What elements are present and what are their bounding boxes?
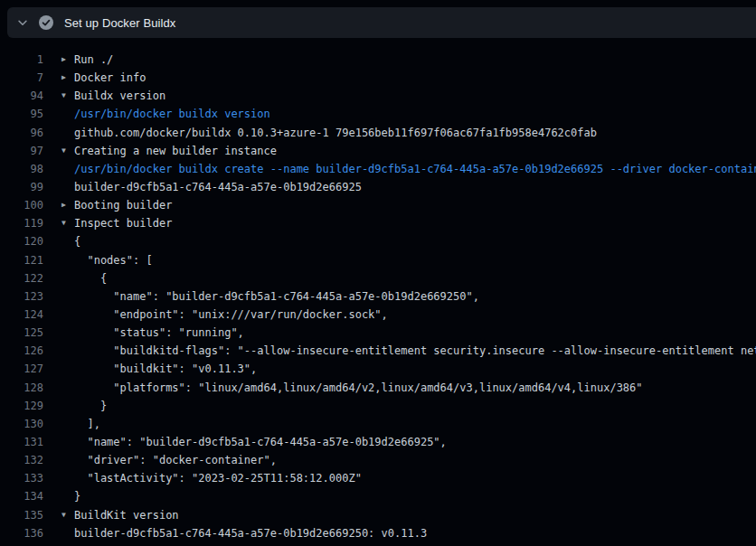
line-number[interactable]: 133 bbox=[0, 472, 43, 485]
log-line: 129 } bbox=[0, 397, 756, 415]
output-text: builder-d9cfb5a1-c764-445a-a57e-0b19d2e6… bbox=[74, 181, 362, 193]
log-group-line[interactable]: 100▶Booting builder bbox=[0, 196, 756, 214]
log-line: 130 ], bbox=[0, 415, 756, 433]
expand-arrow-icon[interactable]: ▶ bbox=[61, 69, 74, 87]
output-text: builder-d9cfb5a1-c764-445a-a57e-0b19d2e6… bbox=[74, 527, 427, 540]
log-viewer: 1▶Run ./7▶Docker info94▼Buildx version95… bbox=[0, 38, 756, 546]
output-text: "platforms": "linux/amd64,linux/amd64/v2… bbox=[74, 381, 643, 394]
log-line: 126 "buildkitd-flags": "--allow-insecure… bbox=[0, 342, 756, 360]
log-group-line[interactable]: 1▶Run ./ bbox=[0, 51, 756, 69]
line-number[interactable]: 98 bbox=[0, 163, 43, 175]
line-number[interactable]: 1 bbox=[0, 53, 43, 66]
log-line: 124 "endpoint": "unix:///var/run/docker.… bbox=[0, 306, 756, 324]
output-text: { bbox=[74, 272, 107, 285]
line-number[interactable]: 95 bbox=[0, 108, 43, 120]
group-label[interactable]: Inspect builder bbox=[74, 217, 172, 230]
output-text: "nodes": [ bbox=[74, 254, 153, 267]
line-number[interactable]: 121 bbox=[0, 254, 43, 267]
line-number[interactable]: 124 bbox=[0, 308, 43, 321]
collapse-arrow-icon[interactable]: ▼ bbox=[61, 87, 74, 105]
log-line: 125 "status": "running", bbox=[0, 324, 756, 342]
log-line: 98/usr/bin/docker buildx create --name b… bbox=[0, 160, 756, 178]
log-line: 96github.com/docker/buildx 0.10.3+azure-… bbox=[0, 124, 756, 142]
line-number[interactable]: 134 bbox=[0, 490, 43, 503]
line-number[interactable]: 122 bbox=[0, 272, 43, 285]
line-number[interactable]: 135 bbox=[0, 509, 43, 522]
group-label[interactable]: BuildKit version bbox=[74, 509, 179, 522]
group-label[interactable]: Buildx version bbox=[74, 89, 165, 102]
line-number[interactable]: 129 bbox=[0, 400, 43, 412]
collapse-arrow-icon[interactable]: ▼ bbox=[61, 142, 74, 160]
line-number[interactable]: 127 bbox=[0, 362, 43, 375]
output-text: "lastActivity": "2023-02-25T11:58:12.000… bbox=[74, 472, 362, 485]
output-text: { bbox=[74, 235, 80, 248]
log-line: 95/usr/bin/docker buildx version bbox=[0, 105, 756, 123]
check-circle-icon bbox=[39, 15, 53, 30]
output-text: } bbox=[74, 490, 80, 503]
log-group-line[interactable]: 119▼Inspect builder bbox=[0, 214, 756, 232]
line-number[interactable]: 99 bbox=[0, 181, 43, 193]
expand-arrow-icon[interactable]: ▶ bbox=[61, 196, 74, 214]
line-number[interactable]: 128 bbox=[0, 381, 43, 394]
expand-arrow-icon[interactable]: ▶ bbox=[61, 51, 74, 69]
log-line: 122 { bbox=[0, 269, 756, 287]
group-label[interactable]: Booting builder bbox=[74, 199, 172, 212]
output-text: "status": "running", bbox=[74, 326, 244, 339]
collapse-arrow-icon[interactable]: ▼ bbox=[61, 214, 74, 232]
command-text: /usr/bin/docker buildx create --name bui… bbox=[74, 163, 756, 175]
command-text: /usr/bin/docker buildx version bbox=[74, 108, 270, 120]
line-number[interactable]: 7 bbox=[0, 71, 43, 84]
group-label[interactable]: Docker info bbox=[74, 71, 146, 84]
chevron-down-icon[interactable] bbox=[16, 16, 29, 29]
line-number[interactable]: 97 bbox=[0, 145, 43, 157]
log-group-line[interactable]: 135▼BuildKit version bbox=[0, 506, 756, 524]
step-header[interactable]: Set up Docker Buildx bbox=[7, 7, 756, 38]
line-number[interactable]: 130 bbox=[0, 418, 43, 430]
line-number[interactable]: 123 bbox=[0, 290, 43, 303]
output-text: } bbox=[74, 400, 107, 412]
log-line: 121 "nodes": [ bbox=[0, 251, 756, 269]
group-label[interactable]: Run ./ bbox=[74, 53, 113, 66]
line-number[interactable]: 120 bbox=[0, 235, 43, 248]
log-line: 99builder-d9cfb5a1-c764-445a-a57e-0b19d2… bbox=[0, 178, 756, 196]
log-line: 132 "driver": "docker-container", bbox=[0, 451, 756, 469]
log-group-line[interactable]: 7▶Docker info bbox=[0, 69, 756, 87]
output-text: "name": "builder-d9cfb5a1-c764-445a-a57e… bbox=[74, 290, 479, 303]
line-number[interactable]: 136 bbox=[0, 527, 43, 540]
log-line: 134} bbox=[0, 487, 756, 505]
line-number[interactable]: 94 bbox=[0, 89, 43, 102]
line-number[interactable]: 100 bbox=[0, 199, 43, 212]
log-line: 127 "buildkit": "v0.11.3", bbox=[0, 360, 756, 378]
output-text: "buildkitd-flags": "--allow-insecure-ent… bbox=[74, 344, 756, 357]
collapse-arrow-icon[interactable]: ▼ bbox=[61, 506, 74, 524]
log-line: 133 "lastActivity": "2023-02-25T11:58:12… bbox=[0, 469, 756, 487]
output-text: "name": "builder-d9cfb5a1-c764-445a-a57e… bbox=[74, 436, 447, 448]
line-number[interactable]: 132 bbox=[0, 454, 43, 466]
line-number[interactable]: 96 bbox=[0, 127, 43, 139]
output-text: "buildkit": "v0.11.3", bbox=[74, 362, 257, 375]
group-label[interactable]: Creating a new builder instance bbox=[74, 145, 277, 157]
line-number[interactable]: 125 bbox=[0, 326, 43, 339]
output-text: "driver": "docker-container", bbox=[74, 454, 277, 466]
log-line: 120{ bbox=[0, 232, 756, 250]
log-line: 131 "name": "builder-d9cfb5a1-c764-445a-… bbox=[0, 433, 756, 451]
log-group-line[interactable]: 97▼Creating a new builder instance bbox=[0, 142, 756, 160]
log-line: 123 "name": "builder-d9cfb5a1-c764-445a-… bbox=[0, 287, 756, 306]
line-number[interactable]: 119 bbox=[0, 217, 43, 230]
log-line: 128 "platforms": "linux/amd64,linux/amd6… bbox=[0, 379, 756, 397]
output-text: ], bbox=[74, 418, 100, 430]
step-title: Set up Docker Buildx bbox=[64, 16, 175, 30]
line-number[interactable]: 126 bbox=[0, 344, 43, 357]
log-line: 136builder-d9cfb5a1-c764-445a-a57e-0b19d… bbox=[0, 524, 756, 542]
log-group-line[interactable]: 94▼Buildx version bbox=[0, 87, 756, 105]
line-number[interactable]: 131 bbox=[0, 436, 43, 448]
output-text: github.com/docker/buildx 0.10.3+azure-1 … bbox=[74, 127, 597, 139]
output-text: "endpoint": "unix:///var/run/docker.sock… bbox=[74, 308, 388, 321]
